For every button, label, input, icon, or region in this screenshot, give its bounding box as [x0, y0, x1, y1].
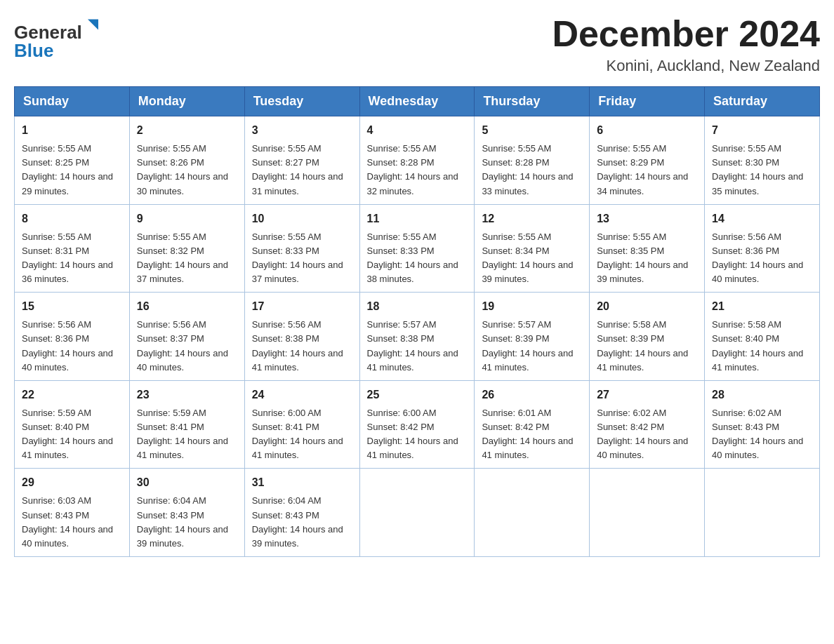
week-row-3: 15 Sunrise: 5:56 AMSunset: 8:36 PMDaylig…	[15, 293, 820, 381]
calendar-cell	[359, 469, 475, 557]
day-info: Sunrise: 6:04 AMSunset: 8:43 PMDaylight:…	[252, 495, 343, 548]
calendar-cell: 24 Sunrise: 6:00 AMSunset: 8:41 PMDaylig…	[244, 380, 359, 469]
day-info: Sunrise: 5:59 AMSunset: 8:41 PMDaylight:…	[137, 408, 228, 460]
day-info: Sunrise: 5:55 AMSunset: 8:30 PMDaylight:…	[712, 143, 803, 196]
calendar-cell: 14 Sunrise: 5:56 AMSunset: 8:36 PMDaylig…	[705, 204, 820, 293]
weekday-header-sunday: Sunday	[15, 87, 130, 116]
day-number: 11	[367, 210, 468, 227]
calendar-cell	[590, 469, 705, 557]
day-number: 21	[712, 298, 812, 315]
calendar-cell: 21 Sunrise: 5:58 AMSunset: 8:40 PMDaylig…	[705, 293, 820, 381]
day-info: Sunrise: 5:55 AMSunset: 8:33 PMDaylight:…	[252, 232, 343, 284]
day-info: Sunrise: 5:56 AMSunset: 8:36 PMDaylight:…	[712, 232, 803, 284]
week-row-4: 22 Sunrise: 5:59 AMSunset: 8:40 PMDaylig…	[15, 380, 820, 469]
week-row-2: 8 Sunrise: 5:55 AMSunset: 8:31 PMDayligh…	[15, 204, 820, 293]
calendar-cell: 16 Sunrise: 5:56 AMSunset: 8:37 PMDaylig…	[129, 293, 244, 381]
day-info: Sunrise: 6:02 AMSunset: 8:43 PMDaylight:…	[712, 408, 803, 460]
day-number: 3	[252, 122, 352, 139]
day-number: 10	[252, 210, 352, 227]
day-number: 14	[712, 210, 812, 227]
day-number: 27	[597, 387, 697, 403]
day-info: Sunrise: 5:56 AMSunset: 8:37 PMDaylight:…	[137, 319, 228, 372]
calendar-cell: 27 Sunrise: 6:02 AMSunset: 8:42 PMDaylig…	[590, 380, 705, 469]
day-number: 20	[597, 298, 697, 315]
day-number: 31	[252, 474, 352, 491]
day-info: Sunrise: 5:55 AMSunset: 8:34 PMDaylight:…	[482, 232, 573, 284]
location-subtitle: Konini, Auckland, New Zealand	[552, 57, 820, 75]
day-info: Sunrise: 5:55 AMSunset: 8:28 PMDaylight:…	[482, 143, 573, 196]
day-info: Sunrise: 6:00 AMSunset: 8:41 PMDaylight:…	[252, 408, 343, 460]
day-number: 19	[482, 298, 582, 315]
day-number: 5	[482, 122, 582, 139]
day-info: Sunrise: 6:02 AMSunset: 8:42 PMDaylight:…	[597, 408, 688, 460]
calendar-cell: 18 Sunrise: 5:57 AMSunset: 8:38 PMDaylig…	[359, 293, 475, 381]
calendar-cell: 5 Sunrise: 5:55 AMSunset: 8:28 PMDayligh…	[475, 116, 590, 205]
calendar-cell: 20 Sunrise: 5:58 AMSunset: 8:39 PMDaylig…	[590, 293, 705, 381]
day-number: 12	[482, 210, 582, 227]
page-header: General Blue December 2024 Konini, Auckl…	[14, 14, 820, 75]
calendar-cell: 29 Sunrise: 6:03 AMSunset: 8:43 PMDaylig…	[15, 469, 130, 557]
calendar-cell	[475, 469, 590, 557]
svg-text:Blue: Blue	[14, 40, 53, 61]
day-number: 13	[597, 210, 697, 227]
day-number: 23	[137, 387, 237, 403]
calendar-cell: 10 Sunrise: 5:55 AMSunset: 8:33 PMDaylig…	[244, 204, 359, 293]
week-row-1: 1 Sunrise: 5:55 AMSunset: 8:25 PMDayligh…	[15, 116, 820, 205]
day-number: 15	[22, 298, 122, 315]
day-info: Sunrise: 5:56 AMSunset: 8:38 PMDaylight:…	[252, 319, 343, 372]
calendar-cell: 25 Sunrise: 6:00 AMSunset: 8:42 PMDaylig…	[359, 380, 475, 469]
weekday-header-thursday: Thursday	[475, 87, 590, 116]
calendar-cell: 17 Sunrise: 5:56 AMSunset: 8:38 PMDaylig…	[244, 293, 359, 381]
day-info: Sunrise: 5:55 AMSunset: 8:33 PMDaylight:…	[367, 232, 458, 284]
day-info: Sunrise: 6:04 AMSunset: 8:43 PMDaylight:…	[137, 495, 228, 548]
weekday-header-monday: Monday	[129, 87, 244, 116]
day-number: 2	[137, 122, 237, 139]
day-info: Sunrise: 5:55 AMSunset: 8:27 PMDaylight:…	[252, 143, 343, 196]
day-info: Sunrise: 5:57 AMSunset: 8:39 PMDaylight:…	[482, 319, 573, 372]
day-number: 26	[482, 387, 582, 403]
calendar-cell	[705, 469, 820, 557]
calendar-cell: 7 Sunrise: 5:55 AMSunset: 8:30 PMDayligh…	[705, 116, 820, 205]
calendar-cell: 15 Sunrise: 5:56 AMSunset: 8:36 PMDaylig…	[15, 293, 130, 381]
calendar-cell: 19 Sunrise: 5:57 AMSunset: 8:39 PMDaylig…	[475, 293, 590, 381]
day-info: Sunrise: 5:58 AMSunset: 8:40 PMDaylight:…	[712, 319, 803, 372]
day-number: 1	[22, 122, 122, 139]
day-info: Sunrise: 5:55 AMSunset: 8:26 PMDaylight:…	[137, 143, 228, 196]
day-info: Sunrise: 5:56 AMSunset: 8:36 PMDaylight:…	[22, 319, 113, 372]
day-number: 30	[137, 474, 237, 491]
day-info: Sunrise: 6:01 AMSunset: 8:42 PMDaylight:…	[482, 408, 573, 460]
day-info: Sunrise: 5:55 AMSunset: 8:28 PMDaylight:…	[367, 143, 458, 196]
month-title: December 2024	[552, 14, 820, 54]
day-number: 6	[597, 122, 697, 139]
calendar-cell: 26 Sunrise: 6:01 AMSunset: 8:42 PMDaylig…	[475, 380, 590, 469]
calendar-cell: 22 Sunrise: 5:59 AMSunset: 8:40 PMDaylig…	[15, 380, 130, 469]
day-info: Sunrise: 5:55 AMSunset: 8:32 PMDaylight:…	[137, 232, 228, 284]
calendar-table: SundayMondayTuesdayWednesdayThursdayFrid…	[14, 86, 820, 557]
calendar-cell: 2 Sunrise: 5:55 AMSunset: 8:26 PMDayligh…	[129, 116, 244, 205]
calendar-cell: 4 Sunrise: 5:55 AMSunset: 8:28 PMDayligh…	[359, 116, 475, 205]
day-info: Sunrise: 6:00 AMSunset: 8:42 PMDaylight:…	[367, 408, 458, 460]
day-info: Sunrise: 5:55 AMSunset: 8:25 PMDaylight:…	[22, 143, 113, 196]
day-number: 18	[367, 298, 468, 315]
weekday-header-wednesday: Wednesday	[359, 87, 475, 116]
day-info: Sunrise: 5:55 AMSunset: 8:31 PMDaylight:…	[22, 232, 113, 284]
day-number: 8	[22, 210, 122, 227]
day-number: 28	[712, 387, 812, 403]
logo-svg: General Blue	[14, 14, 105, 63]
calendar-cell: 13 Sunrise: 5:55 AMSunset: 8:35 PMDaylig…	[590, 204, 705, 293]
day-number: 24	[252, 387, 352, 403]
week-row-5: 29 Sunrise: 6:03 AMSunset: 8:43 PMDaylig…	[15, 469, 820, 557]
day-info: Sunrise: 5:55 AMSunset: 8:29 PMDaylight:…	[597, 143, 688, 196]
calendar-cell: 31 Sunrise: 6:04 AMSunset: 8:43 PMDaylig…	[244, 469, 359, 557]
calendar-cell: 11 Sunrise: 5:55 AMSunset: 8:33 PMDaylig…	[359, 204, 475, 293]
day-number: 29	[22, 474, 122, 491]
calendar-cell: 8 Sunrise: 5:55 AMSunset: 8:31 PMDayligh…	[15, 204, 130, 293]
day-number: 16	[137, 298, 237, 315]
day-number: 22	[22, 387, 122, 403]
logo: General Blue	[14, 14, 105, 63]
calendar-cell: 30 Sunrise: 6:04 AMSunset: 8:43 PMDaylig…	[129, 469, 244, 557]
day-info: Sunrise: 6:03 AMSunset: 8:43 PMDaylight:…	[22, 495, 113, 548]
weekday-header-saturday: Saturday	[705, 87, 820, 116]
day-number: 9	[137, 210, 237, 227]
day-info: Sunrise: 5:59 AMSunset: 8:40 PMDaylight:…	[22, 408, 113, 460]
